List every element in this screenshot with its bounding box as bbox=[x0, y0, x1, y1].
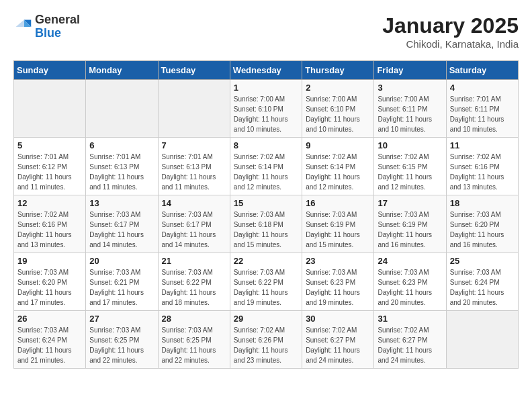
day-number: 27 bbox=[89, 314, 154, 324]
calendar-cell: 8Sunrise: 7:02 AM Sunset: 6:14 PM Daylig… bbox=[230, 138, 302, 195]
day-info: Sunrise: 7:03 AM Sunset: 6:25 PM Dayligh… bbox=[162, 325, 226, 365]
day-of-week-header: Monday bbox=[86, 61, 158, 80]
calendar-week-row: 26Sunrise: 7:03 AM Sunset: 6:24 PM Dayli… bbox=[14, 311, 519, 369]
day-info: Sunrise: 7:03 AM Sunset: 6:24 PM Dayligh… bbox=[450, 267, 515, 308]
day-info: Sunrise: 7:03 AM Sunset: 6:23 PM Dayligh… bbox=[378, 267, 442, 308]
calendar-cell: 21Sunrise: 7:03 AM Sunset: 6:22 PM Dayli… bbox=[158, 253, 230, 311]
day-info: Sunrise: 7:00 AM Sunset: 6:11 PM Dayligh… bbox=[378, 94, 442, 134]
calendar-cell: 15Sunrise: 7:03 AM Sunset: 6:18 PM Dayli… bbox=[230, 195, 302, 253]
calendar-week-row: 19Sunrise: 7:03 AM Sunset: 6:20 PM Dayli… bbox=[14, 253, 519, 311]
calendar-cell bbox=[158, 80, 230, 138]
day-number: 19 bbox=[17, 256, 82, 266]
day-number: 1 bbox=[234, 83, 298, 93]
calendar-cell: 3Sunrise: 7:00 AM Sunset: 6:11 PM Daylig… bbox=[374, 80, 446, 138]
day-of-week-header: Thursday bbox=[302, 61, 374, 80]
calendar-cell: 9Sunrise: 7:02 AM Sunset: 6:14 PM Daylig… bbox=[302, 138, 374, 195]
day-number: 7 bbox=[162, 140, 226, 150]
calendar-cell: 22Sunrise: 7:03 AM Sunset: 6:22 PM Dayli… bbox=[230, 253, 302, 311]
calendar-cell: 30Sunrise: 7:02 AM Sunset: 6:27 PM Dayli… bbox=[302, 311, 374, 369]
day-info: Sunrise: 7:03 AM Sunset: 6:17 PM Dayligh… bbox=[89, 210, 154, 250]
calendar-body: 1Sunrise: 7:00 AM Sunset: 6:10 PM Daylig… bbox=[14, 80, 519, 369]
day-of-week-header: Friday bbox=[374, 61, 446, 80]
day-info: Sunrise: 7:01 AM Sunset: 6:12 PM Dayligh… bbox=[17, 152, 82, 192]
title-block: January 2025 Chikodi, Karnataka, India bbox=[382, 13, 519, 50]
day-number: 25 bbox=[450, 256, 515, 266]
day-number: 29 bbox=[234, 314, 298, 324]
calendar-cell bbox=[14, 80, 86, 138]
day-info: Sunrise: 7:02 AM Sunset: 6:16 PM Dayligh… bbox=[17, 210, 82, 250]
day-number: 31 bbox=[378, 314, 442, 324]
calendar-cell: 13Sunrise: 7:03 AM Sunset: 6:17 PM Dayli… bbox=[86, 195, 158, 253]
day-number: 20 bbox=[89, 256, 154, 266]
day-info: Sunrise: 7:03 AM Sunset: 6:19 PM Dayligh… bbox=[378, 210, 442, 250]
day-number: 10 bbox=[378, 140, 442, 150]
logo: General Blue bbox=[13, 13, 80, 40]
day-number: 9 bbox=[306, 140, 370, 150]
calendar-cell: 27Sunrise: 7:03 AM Sunset: 6:25 PM Dayli… bbox=[86, 311, 158, 369]
day-info: Sunrise: 7:01 AM Sunset: 6:13 PM Dayligh… bbox=[162, 152, 226, 192]
day-number: 24 bbox=[378, 256, 442, 266]
day-number: 30 bbox=[306, 314, 370, 324]
day-number: 28 bbox=[162, 314, 226, 324]
day-info: Sunrise: 7:02 AM Sunset: 6:16 PM Dayligh… bbox=[450, 152, 515, 192]
day-info: Sunrise: 7:02 AM Sunset: 6:26 PM Dayligh… bbox=[234, 325, 298, 365]
calendar-cell: 31Sunrise: 7:02 AM Sunset: 6:27 PM Dayli… bbox=[374, 311, 446, 369]
calendar-cell: 16Sunrise: 7:03 AM Sunset: 6:19 PM Dayli… bbox=[302, 195, 374, 253]
day-number: 22 bbox=[234, 256, 298, 266]
calendar-week-row: 1Sunrise: 7:00 AM Sunset: 6:10 PM Daylig… bbox=[14, 80, 519, 138]
calendar-cell: 2Sunrise: 7:00 AM Sunset: 6:10 PM Daylig… bbox=[302, 80, 374, 138]
calendar-cell: 29Sunrise: 7:02 AM Sunset: 6:26 PM Dayli… bbox=[230, 311, 302, 369]
calendar-cell: 6Sunrise: 7:01 AM Sunset: 6:13 PM Daylig… bbox=[86, 138, 158, 195]
month-year-title: January 2025 bbox=[382, 13, 519, 38]
day-info: Sunrise: 7:01 AM Sunset: 6:11 PM Dayligh… bbox=[450, 94, 515, 134]
calendar-cell: 25Sunrise: 7:03 AM Sunset: 6:24 PM Dayli… bbox=[446, 253, 518, 311]
calendar-cell: 19Sunrise: 7:03 AM Sunset: 6:20 PM Dayli… bbox=[14, 253, 86, 311]
day-info: Sunrise: 7:00 AM Sunset: 6:10 PM Dayligh… bbox=[234, 94, 298, 134]
calendar-cell: 24Sunrise: 7:03 AM Sunset: 6:23 PM Dayli… bbox=[374, 253, 446, 311]
day-info: Sunrise: 7:02 AM Sunset: 6:15 PM Dayligh… bbox=[378, 152, 442, 192]
svg-marker-2 bbox=[16, 19, 24, 27]
day-info: Sunrise: 7:03 AM Sunset: 6:21 PM Dayligh… bbox=[89, 267, 154, 308]
calendar-cell: 10Sunrise: 7:02 AM Sunset: 6:15 PM Dayli… bbox=[374, 138, 446, 195]
day-info: Sunrise: 7:03 AM Sunset: 6:20 PM Dayligh… bbox=[450, 210, 515, 250]
day-of-week-header: Sunday bbox=[14, 61, 86, 80]
logo-blue: Blue bbox=[35, 26, 61, 40]
day-number: 5 bbox=[17, 140, 82, 150]
day-info: Sunrise: 7:03 AM Sunset: 6:24 PM Dayligh… bbox=[17, 325, 82, 365]
day-of-week-header: Tuesday bbox=[158, 61, 230, 80]
calendar-cell: 7Sunrise: 7:01 AM Sunset: 6:13 PM Daylig… bbox=[158, 138, 230, 195]
calendar-week-row: 5Sunrise: 7:01 AM Sunset: 6:12 PM Daylig… bbox=[14, 138, 519, 195]
day-number: 15 bbox=[234, 198, 298, 208]
day-number: 3 bbox=[378, 83, 442, 93]
logo-general: General bbox=[35, 13, 80, 26]
calendar-cell bbox=[86, 80, 158, 138]
day-info: Sunrise: 7:03 AM Sunset: 6:20 PM Dayligh… bbox=[17, 267, 82, 308]
logo-icon bbox=[13, 17, 32, 36]
day-info: Sunrise: 7:02 AM Sunset: 6:27 PM Dayligh… bbox=[378, 325, 442, 365]
day-info: Sunrise: 7:02 AM Sunset: 6:14 PM Dayligh… bbox=[306, 152, 370, 192]
day-number: 2 bbox=[306, 83, 370, 93]
day-number: 18 bbox=[450, 198, 515, 208]
logo-text: General Blue bbox=[35, 13, 80, 40]
day-info: Sunrise: 7:00 AM Sunset: 6:10 PM Dayligh… bbox=[306, 94, 370, 134]
calendar-header-row: SundayMondayTuesdayWednesdayThursdayFrid… bbox=[14, 61, 519, 80]
calendar-cell: 26Sunrise: 7:03 AM Sunset: 6:24 PM Dayli… bbox=[14, 311, 86, 369]
day-number: 14 bbox=[162, 198, 226, 208]
day-number: 21 bbox=[162, 256, 226, 266]
day-info: Sunrise: 7:03 AM Sunset: 6:17 PM Dayligh… bbox=[162, 210, 226, 250]
day-of-week-header: Saturday bbox=[446, 61, 518, 80]
calendar-cell: 14Sunrise: 7:03 AM Sunset: 6:17 PM Dayli… bbox=[158, 195, 230, 253]
day-number: 4 bbox=[450, 83, 515, 93]
calendar-cell: 28Sunrise: 7:03 AM Sunset: 6:25 PM Dayli… bbox=[158, 311, 230, 369]
calendar-cell: 17Sunrise: 7:03 AM Sunset: 6:19 PM Dayli… bbox=[374, 195, 446, 253]
calendar-cell: 12Sunrise: 7:02 AM Sunset: 6:16 PM Dayli… bbox=[14, 195, 86, 253]
day-info: Sunrise: 7:02 AM Sunset: 6:27 PM Dayligh… bbox=[306, 325, 370, 365]
day-number: 12 bbox=[17, 198, 82, 208]
day-info: Sunrise: 7:03 AM Sunset: 6:19 PM Dayligh… bbox=[306, 210, 370, 250]
day-number: 6 bbox=[89, 140, 154, 150]
calendar-cell: 23Sunrise: 7:03 AM Sunset: 6:23 PM Dayli… bbox=[302, 253, 374, 311]
day-info: Sunrise: 7:01 AM Sunset: 6:13 PM Dayligh… bbox=[89, 152, 154, 192]
day-number: 17 bbox=[378, 198, 442, 208]
day-number: 16 bbox=[306, 198, 370, 208]
day-of-week-header: Wednesday bbox=[230, 61, 302, 80]
